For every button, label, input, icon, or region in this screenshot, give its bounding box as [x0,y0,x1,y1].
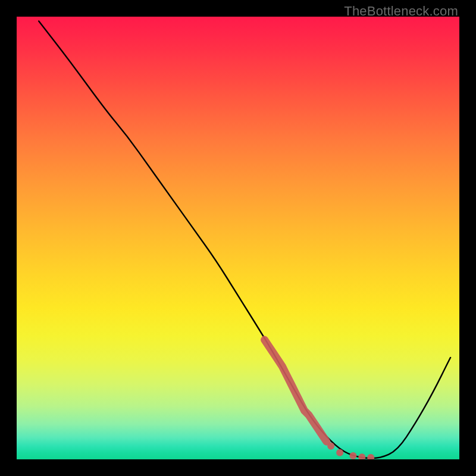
marker-dot [327,443,334,450]
main-curve [39,21,450,458]
marker-dot [336,449,343,456]
marker-dot [367,454,374,459]
marker-dot [358,453,365,459]
marker-brush [265,340,327,441]
marker-dot [349,452,356,459]
chart-frame: TheBottleneck.com [0,0,476,476]
plot-area [17,17,459,459]
chart-svg [17,17,459,459]
marker-band [265,340,375,459]
